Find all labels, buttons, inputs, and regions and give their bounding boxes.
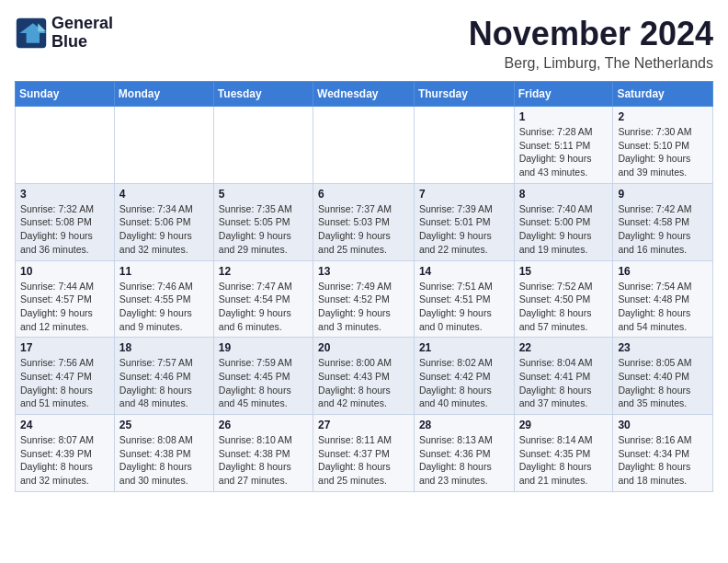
header-cell-saturday: Saturday: [613, 82, 713, 107]
calendar-header: SundayMondayTuesdayWednesdayThursdayFrid…: [16, 82, 713, 107]
day-cell: 30Sunrise: 8:16 AMSunset: 4:34 PMDayligh…: [613, 415, 713, 492]
location-title: Berg, Limburg, The Netherlands: [469, 55, 713, 72]
day-number: 3: [20, 188, 109, 201]
day-number: 18: [119, 341, 209, 354]
day-cell: 8Sunrise: 7:40 AMSunset: 5:00 PMDaylight…: [514, 183, 613, 260]
day-cell: 24Sunrise: 8:07 AMSunset: 4:39 PMDayligh…: [16, 415, 115, 492]
day-number: 14: [419, 265, 509, 278]
header-cell-monday: Monday: [114, 82, 213, 107]
day-info: Sunrise: 7:35 AMSunset: 5:05 PMDaylight:…: [219, 202, 308, 257]
day-number: 22: [519, 341, 609, 354]
day-cell: 10Sunrise: 7:44 AMSunset: 4:57 PMDayligh…: [16, 260, 115, 338]
day-number: 30: [618, 419, 708, 431]
day-cell: [213, 107, 313, 184]
day-info: Sunrise: 7:44 AMSunset: 4:57 PMDaylight:…: [20, 280, 109, 334]
day-number: 12: [219, 265, 308, 278]
day-info: Sunrise: 8:13 AMSunset: 4:36 PMDaylight:…: [419, 433, 509, 488]
day-number: 24: [20, 419, 109, 431]
day-number: 23: [618, 341, 708, 354]
day-cell: 5Sunrise: 7:35 AMSunset: 5:05 PMDaylight…: [213, 183, 313, 260]
day-info: Sunrise: 7:40 AMSunset: 5:00 PMDaylight:…: [519, 202, 609, 257]
week-row-4: 17Sunrise: 7:56 AMSunset: 4:47 PMDayligh…: [16, 338, 713, 415]
day-number: 11: [119, 265, 209, 278]
day-info: Sunrise: 8:07 AMSunset: 4:39 PMDaylight:…: [20, 433, 109, 488]
day-cell: [114, 107, 213, 184]
day-cell: 9Sunrise: 7:42 AMSunset: 4:58 PMDaylight…: [613, 183, 713, 260]
header-cell-wednesday: Wednesday: [313, 82, 415, 107]
day-info: Sunrise: 7:52 AMSunset: 4:50 PMDaylight:…: [519, 280, 609, 334]
day-info: Sunrise: 8:02 AMSunset: 4:42 PMDaylight:…: [419, 356, 509, 410]
month-title: November 2024: [469, 15, 713, 53]
day-info: Sunrise: 8:05 AMSunset: 4:40 PMDaylight:…: [618, 356, 708, 410]
day-cell: 20Sunrise: 8:00 AMSunset: 4:43 PMDayligh…: [313, 338, 415, 415]
day-cell: 25Sunrise: 8:08 AMSunset: 4:38 PMDayligh…: [114, 415, 213, 492]
logo: General Blue: [15, 15, 113, 52]
day-cell: [16, 107, 115, 184]
day-number: 4: [119, 188, 209, 201]
calendar-body: 1Sunrise: 7:28 AMSunset: 5:11 PMDaylight…: [16, 107, 713, 492]
day-number: 26: [219, 419, 308, 431]
day-cell: 18Sunrise: 7:57 AMSunset: 4:46 PMDayligh…: [114, 338, 213, 415]
day-number: 5: [219, 188, 308, 201]
day-info: Sunrise: 8:04 AMSunset: 4:41 PMDaylight:…: [519, 356, 609, 410]
day-cell: 4Sunrise: 7:34 AMSunset: 5:06 PMDaylight…: [114, 183, 213, 260]
day-cell: 23Sunrise: 8:05 AMSunset: 4:40 PMDayligh…: [613, 338, 713, 415]
day-info: Sunrise: 7:34 AMSunset: 5:06 PMDaylight:…: [119, 202, 209, 257]
day-info: Sunrise: 7:39 AMSunset: 5:01 PMDaylight:…: [419, 202, 509, 257]
header-cell-tuesday: Tuesday: [213, 82, 313, 107]
week-row-5: 24Sunrise: 8:07 AMSunset: 4:39 PMDayligh…: [16, 415, 713, 492]
day-number: 21: [419, 341, 509, 354]
day-number: 6: [318, 188, 409, 201]
day-cell: 29Sunrise: 8:14 AMSunset: 4:35 PMDayligh…: [514, 415, 613, 492]
day-number: 25: [119, 419, 209, 431]
day-cell: [313, 107, 415, 184]
day-number: 2: [618, 110, 708, 123]
day-cell: 19Sunrise: 7:59 AMSunset: 4:45 PMDayligh…: [213, 338, 313, 415]
day-number: 16: [618, 265, 708, 278]
day-number: 27: [318, 419, 409, 431]
day-info: Sunrise: 8:10 AMSunset: 4:38 PMDaylight:…: [219, 433, 308, 488]
day-cell: 1Sunrise: 7:28 AMSunset: 5:11 PMDaylight…: [514, 107, 613, 184]
calendar-table: SundayMondayTuesdayWednesdayThursdayFrid…: [15, 81, 713, 492]
day-info: Sunrise: 7:42 AMSunset: 4:58 PMDaylight:…: [618, 202, 708, 257]
day-info: Sunrise: 7:56 AMSunset: 4:47 PMDaylight:…: [20, 356, 109, 410]
day-cell: 2Sunrise: 7:30 AMSunset: 5:10 PMDaylight…: [613, 107, 713, 184]
day-info: Sunrise: 7:59 AMSunset: 4:45 PMDaylight:…: [219, 356, 308, 410]
day-cell: 14Sunrise: 7:51 AMSunset: 4:51 PMDayligh…: [414, 260, 514, 338]
day-info: Sunrise: 7:28 AMSunset: 5:11 PMDaylight:…: [519, 125, 609, 179]
day-cell: 7Sunrise: 7:39 AMSunset: 5:01 PMDaylight…: [414, 183, 514, 260]
logo-line2: Blue: [51, 33, 113, 52]
day-info: Sunrise: 7:54 AMSunset: 4:48 PMDaylight:…: [618, 280, 708, 334]
day-number: 1: [519, 110, 609, 123]
day-info: Sunrise: 7:32 AMSunset: 5:08 PMDaylight:…: [20, 202, 109, 257]
day-cell: 28Sunrise: 8:13 AMSunset: 4:36 PMDayligh…: [414, 415, 514, 492]
day-info: Sunrise: 8:11 AMSunset: 4:37 PMDaylight:…: [318, 433, 409, 488]
day-cell: 3Sunrise: 7:32 AMSunset: 5:08 PMDaylight…: [16, 183, 115, 260]
logo-line1: General: [51, 15, 113, 33]
day-number: 7: [419, 188, 509, 201]
day-cell: 13Sunrise: 7:49 AMSunset: 4:52 PMDayligh…: [313, 260, 415, 338]
week-row-2: 3Sunrise: 7:32 AMSunset: 5:08 PMDaylight…: [16, 183, 713, 260]
day-cell: [414, 107, 514, 184]
day-info: Sunrise: 7:49 AMSunset: 4:52 PMDaylight:…: [318, 280, 409, 334]
day-number: 9: [618, 188, 708, 201]
day-info: Sunrise: 7:37 AMSunset: 5:03 PMDaylight:…: [318, 202, 409, 257]
day-cell: 6Sunrise: 7:37 AMSunset: 5:03 PMDaylight…: [313, 183, 415, 260]
day-cell: 11Sunrise: 7:46 AMSunset: 4:55 PMDayligh…: [114, 260, 213, 338]
day-info: Sunrise: 7:57 AMSunset: 4:46 PMDaylight:…: [119, 356, 209, 410]
day-number: 15: [519, 265, 609, 278]
day-number: 8: [519, 188, 609, 201]
day-number: 19: [219, 341, 308, 354]
title-area: November 2024 Berg, Limburg, The Netherl…: [469, 15, 713, 72]
day-info: Sunrise: 8:00 AMSunset: 4:43 PMDaylight:…: [318, 356, 409, 410]
header-cell-thursday: Thursday: [414, 82, 514, 107]
day-cell: 16Sunrise: 7:54 AMSunset: 4:48 PMDayligh…: [613, 260, 713, 338]
week-row-3: 10Sunrise: 7:44 AMSunset: 4:57 PMDayligh…: [16, 260, 713, 338]
day-number: 13: [318, 265, 409, 278]
header-row: SundayMondayTuesdayWednesdayThursdayFrid…: [16, 82, 713, 107]
header-cell-sunday: Sunday: [16, 82, 115, 107]
logo-icon: [15, 17, 48, 50]
day-info: Sunrise: 7:30 AMSunset: 5:10 PMDaylight:…: [618, 125, 708, 179]
day-info: Sunrise: 8:08 AMSunset: 4:38 PMDaylight:…: [119, 433, 209, 488]
header: General Blue November 2024 Berg, Limburg…: [15, 15, 713, 72]
